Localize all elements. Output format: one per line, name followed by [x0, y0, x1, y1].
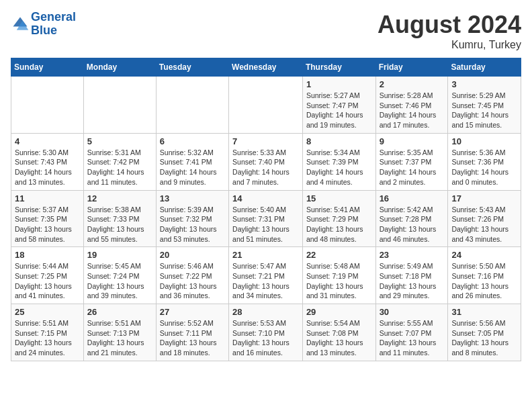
day-info: Sunrise: 5:29 AM Sunset: 7:45 PM Dayligh… [451, 91, 517, 130]
day-info: Sunrise: 5:45 AM Sunset: 7:24 PM Dayligh… [87, 261, 152, 301]
day-number: 4 [15, 136, 80, 146]
weekday-header: Tuesday [156, 58, 228, 77]
calendar-cell: 22Sunrise: 5:48 AM Sunset: 7:19 PM Dayli… [302, 247, 375, 304]
day-number: 14 [232, 193, 299, 203]
day-info: Sunrise: 5:42 AM Sunset: 7:28 PM Dayligh… [380, 205, 445, 244]
calendar-header: SundayMondayTuesdayWednesdayThursdayFrid… [11, 58, 521, 77]
day-info: Sunrise: 5:36 AM Sunset: 7:36 PM Dayligh… [451, 148, 517, 187]
day-info: Sunrise: 5:40 AM Sunset: 7:31 PM Dayligh… [232, 205, 299, 244]
day-number: 30 [380, 307, 445, 317]
day-info: Sunrise: 5:48 AM Sunset: 7:19 PM Dayligh… [306, 261, 372, 301]
day-number: 29 [306, 307, 372, 317]
day-number: 16 [380, 193, 445, 203]
day-number: 6 [160, 136, 225, 146]
calendar-cell: 19Sunrise: 5:45 AM Sunset: 7:24 PM Dayli… [83, 247, 156, 304]
calendar-cell: 8Sunrise: 5:34 AM Sunset: 7:39 PM Daylig… [302, 133, 375, 190]
weekday-header: Friday [375, 58, 448, 77]
day-info: Sunrise: 5:39 AM Sunset: 7:32 PM Dayligh… [160, 205, 225, 244]
calendar-cell: 16Sunrise: 5:42 AM Sunset: 7:28 PM Dayli… [375, 190, 448, 247]
day-number: 3 [451, 79, 517, 89]
day-number: 18 [15, 250, 80, 260]
day-info: Sunrise: 5:38 AM Sunset: 7:33 PM Dayligh… [87, 205, 152, 244]
calendar-cell: 28Sunrise: 5:53 AM Sunset: 7:10 PM Dayli… [229, 304, 303, 361]
day-info: Sunrise: 5:41 AM Sunset: 7:29 PM Dayligh… [306, 205, 372, 244]
weekday-header: Thursday [302, 58, 375, 77]
calendar-week-row: 11Sunrise: 5:37 AM Sunset: 7:35 PM Dayli… [11, 190, 521, 247]
logo-icon [11, 15, 30, 34]
day-number: 17 [451, 193, 517, 203]
calendar-cell: 12Sunrise: 5:38 AM Sunset: 7:33 PM Dayli… [83, 190, 156, 247]
day-number: 9 [380, 136, 445, 146]
day-number: 5 [87, 136, 152, 146]
day-number: 23 [380, 250, 445, 260]
calendar-cell: 9Sunrise: 5:35 AM Sunset: 7:37 PM Daylig… [375, 133, 448, 190]
day-number: 22 [306, 250, 372, 260]
day-number: 2 [380, 79, 445, 89]
calendar-cell: 11Sunrise: 5:37 AM Sunset: 7:35 PM Dayli… [11, 190, 84, 247]
day-info: Sunrise: 5:52 AM Sunset: 7:11 PM Dayligh… [160, 318, 225, 358]
day-number: 7 [232, 136, 299, 146]
day-number: 26 [87, 307, 152, 317]
day-info: Sunrise: 5:31 AM Sunset: 7:42 PM Dayligh… [87, 148, 152, 187]
day-info: Sunrise: 5:53 AM Sunset: 7:10 PM Dayligh… [232, 318, 299, 358]
day-number: 28 [232, 307, 299, 317]
logo-text: General Blue [31, 11, 76, 38]
calendar-cell: 24Sunrise: 5:50 AM Sunset: 7:16 PM Dayli… [448, 247, 521, 304]
calendar-cell: 7Sunrise: 5:33 AM Sunset: 7:40 PM Daylig… [229, 133, 303, 190]
day-info: Sunrise: 5:30 AM Sunset: 7:43 PM Dayligh… [15, 148, 80, 187]
day-info: Sunrise: 5:34 AM Sunset: 7:39 PM Dayligh… [306, 148, 372, 187]
day-number: 25 [15, 307, 80, 317]
calendar-cell: 10Sunrise: 5:36 AM Sunset: 7:36 PM Dayli… [448, 133, 521, 190]
day-info: Sunrise: 5:50 AM Sunset: 7:16 PM Dayligh… [451, 261, 517, 301]
calendar-body: 1Sunrise: 5:27 AM Sunset: 7:47 PM Daylig… [11, 77, 521, 361]
weekday-header: Wednesday [229, 58, 303, 77]
calendar-cell: 26Sunrise: 5:51 AM Sunset: 7:13 PM Dayli… [83, 304, 156, 361]
day-info: Sunrise: 5:33 AM Sunset: 7:40 PM Dayligh… [232, 148, 299, 187]
day-number: 10 [451, 136, 517, 146]
calendar-cell: 14Sunrise: 5:40 AM Sunset: 7:31 PM Dayli… [229, 190, 303, 247]
day-info: Sunrise: 5:28 AM Sunset: 7:46 PM Dayligh… [380, 91, 445, 130]
day-number: 8 [306, 136, 372, 146]
day-number: 15 [306, 193, 372, 203]
day-number: 12 [87, 193, 152, 203]
day-number: 19 [87, 250, 152, 260]
logo-line1: General [31, 10, 76, 24]
day-info: Sunrise: 5:49 AM Sunset: 7:18 PM Dayligh… [380, 261, 445, 301]
logo-line2: Blue [31, 24, 57, 37]
calendar-cell [229, 77, 303, 134]
day-info: Sunrise: 5:27 AM Sunset: 7:47 PM Dayligh… [306, 91, 372, 130]
day-number: 31 [451, 307, 517, 317]
calendar-cell: 5Sunrise: 5:31 AM Sunset: 7:42 PM Daylig… [83, 133, 156, 190]
day-number: 27 [160, 307, 225, 317]
day-number: 1 [306, 79, 372, 89]
weekday-row: SundayMondayTuesdayWednesdayThursdayFrid… [11, 58, 521, 77]
calendar-cell: 25Sunrise: 5:51 AM Sunset: 7:15 PM Dayli… [11, 304, 84, 361]
calendar-week-row: 1Sunrise: 5:27 AM Sunset: 7:47 PM Daylig… [11, 77, 521, 134]
calendar-week-row: 18Sunrise: 5:44 AM Sunset: 7:25 PM Dayli… [11, 247, 521, 304]
day-info: Sunrise: 5:44 AM Sunset: 7:25 PM Dayligh… [15, 261, 80, 301]
calendar-cell: 17Sunrise: 5:43 AM Sunset: 7:26 PM Dayli… [448, 190, 521, 247]
day-number: 21 [232, 250, 299, 260]
calendar-cell: 20Sunrise: 5:46 AM Sunset: 7:22 PM Dayli… [156, 247, 228, 304]
calendar-cell: 29Sunrise: 5:54 AM Sunset: 7:08 PM Dayli… [302, 304, 375, 361]
calendar-cell: 1Sunrise: 5:27 AM Sunset: 7:47 PM Daylig… [302, 77, 375, 134]
day-info: Sunrise: 5:35 AM Sunset: 7:37 PM Dayligh… [380, 148, 445, 187]
calendar-table: SundayMondayTuesdayWednesdayThursdayFrid… [11, 58, 521, 361]
day-info: Sunrise: 5:51 AM Sunset: 7:15 PM Dayligh… [15, 318, 80, 358]
page-header: General Blue August 2024 Kumru, Turkey [11, 11, 521, 51]
title-block: August 2024 Kumru, Turkey [378, 11, 521, 51]
calendar-cell [83, 77, 156, 134]
day-info: Sunrise: 5:56 AM Sunset: 7:05 PM Dayligh… [451, 318, 517, 358]
day-info: Sunrise: 5:37 AM Sunset: 7:35 PM Dayligh… [15, 205, 80, 244]
calendar-cell [11, 77, 84, 134]
calendar-cell: 15Sunrise: 5:41 AM Sunset: 7:29 PM Dayli… [302, 190, 375, 247]
day-info: Sunrise: 5:51 AM Sunset: 7:13 PM Dayligh… [87, 318, 152, 358]
calendar-cell: 31Sunrise: 5:56 AM Sunset: 7:05 PM Dayli… [448, 304, 521, 361]
calendar-cell: 3Sunrise: 5:29 AM Sunset: 7:45 PM Daylig… [448, 77, 521, 134]
day-info: Sunrise: 5:55 AM Sunset: 7:07 PM Dayligh… [380, 318, 445, 358]
calendar-cell: 4Sunrise: 5:30 AM Sunset: 7:43 PM Daylig… [11, 133, 84, 190]
calendar-cell: 27Sunrise: 5:52 AM Sunset: 7:11 PM Dayli… [156, 304, 228, 361]
calendar-cell: 23Sunrise: 5:49 AM Sunset: 7:18 PM Dayli… [375, 247, 448, 304]
day-number: 20 [160, 250, 225, 260]
weekday-header: Saturday [448, 58, 521, 77]
